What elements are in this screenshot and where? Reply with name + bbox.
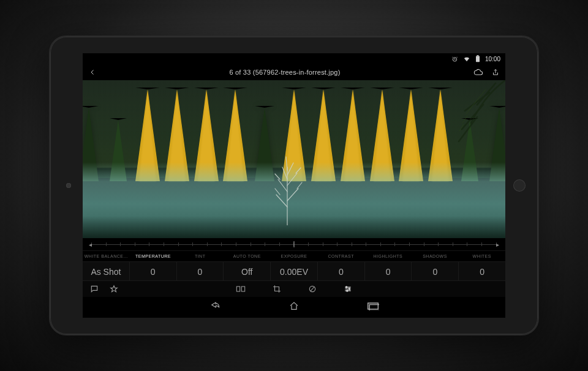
svg-point-8 bbox=[347, 290, 348, 291]
cloud-sync-icon[interactable] bbox=[473, 69, 483, 76]
crop-icon[interactable] bbox=[273, 285, 281, 293]
svg-rect-2 bbox=[477, 55, 478, 56]
slider-center-marker bbox=[294, 241, 295, 247]
screen: 10:00 6 of 33 (567962-trees-in-forrest.j… bbox=[83, 53, 505, 318]
home-button[interactable] bbox=[513, 179, 526, 192]
adjust-value-2: 0 bbox=[176, 262, 224, 280]
slider-right-arrow[interactable]: ▸ bbox=[492, 241, 499, 248]
back-button[interactable] bbox=[89, 69, 96, 76]
star-icon[interactable] bbox=[110, 285, 118, 293]
front-camera bbox=[66, 183, 71, 188]
compare-icon[interactable] bbox=[236, 285, 246, 293]
alarm-icon bbox=[451, 56, 458, 62]
value-slider[interactable]: ◂ ▸ bbox=[83, 238, 505, 250]
status-bar: 10:00 bbox=[83, 53, 505, 64]
foreground-branch bbox=[404, 80, 505, 172]
svg-rect-1 bbox=[476, 56, 480, 62]
tablet-frame: 10:00 6 of 33 (567962-trees-in-forrest.j… bbox=[49, 36, 539, 335]
adjust-tab-auto-tone[interactable]: AUTO TONE bbox=[224, 251, 271, 261]
svg-point-6 bbox=[346, 287, 347, 288]
adjust-tab-tint[interactable]: TINT bbox=[176, 251, 224, 261]
adjust-tab-whites[interactable]: WHITES bbox=[458, 251, 505, 261]
comment-icon[interactable] bbox=[90, 285, 99, 293]
adjust-tab-exposure[interactable]: EXPOSURE bbox=[271, 251, 318, 261]
slider-left-arrow[interactable]: ◂ bbox=[89, 241, 96, 248]
photo-title: 6 of 33 (567962-trees-in-forrest.jpg) bbox=[96, 69, 473, 76]
nav-back-button[interactable] bbox=[209, 301, 221, 313]
svg-rect-4 bbox=[241, 287, 244, 291]
adjust-value-1: 0 bbox=[129, 262, 176, 280]
adjust-tab-contrast[interactable]: CONTRAST bbox=[317, 251, 364, 261]
battery-icon bbox=[475, 55, 480, 62]
tone-curve-icon[interactable] bbox=[308, 285, 317, 293]
adjustment-tabs[interactable]: WHITE BALANCE…TEMPERATURETINTAUTO TONEEX… bbox=[83, 250, 505, 261]
adjust-tab-highlights[interactable]: HIGHLIGHTS bbox=[364, 251, 412, 261]
adjust-value-4: 0.00EV bbox=[270, 262, 317, 280]
edit-tool-row bbox=[83, 281, 505, 297]
adjustment-values: As Shot00Off0.00EV0000 bbox=[83, 261, 505, 281]
adjust-value-8: 0 bbox=[458, 262, 505, 280]
adjust-value-7: 0 bbox=[411, 262, 458, 280]
clock-label: 10:00 bbox=[485, 56, 500, 62]
photo-canvas[interactable] bbox=[83, 80, 505, 238]
bare-tree-graphic bbox=[269, 152, 306, 225]
wifi-icon bbox=[463, 56, 470, 62]
svg-point-7 bbox=[349, 288, 350, 290]
adjust-value-6: 0 bbox=[364, 262, 412, 280]
android-nav-bar bbox=[83, 297, 505, 318]
adjust-tab-white-balance[interactable]: WHITE BALANCE… bbox=[83, 251, 130, 261]
svg-rect-3 bbox=[236, 287, 239, 291]
adjust-tab-temperature[interactable]: TEMPERATURE bbox=[130, 251, 177, 261]
adjust-value-0: As Shot bbox=[83, 262, 129, 280]
adjust-tab-shadows[interactable]: SHADOWS bbox=[412, 251, 459, 261]
adjust-value-3: Off bbox=[223, 262, 270, 280]
adjust-value-5: 0 bbox=[317, 262, 364, 280]
share-button[interactable] bbox=[492, 68, 499, 77]
nav-home-button[interactable] bbox=[288, 301, 300, 313]
app-bar: 6 of 33 (567962-trees-in-forrest.jpg) bbox=[83, 64, 505, 80]
nav-recent-button[interactable] bbox=[367, 302, 379, 313]
adjust-icon[interactable] bbox=[344, 285, 352, 293]
